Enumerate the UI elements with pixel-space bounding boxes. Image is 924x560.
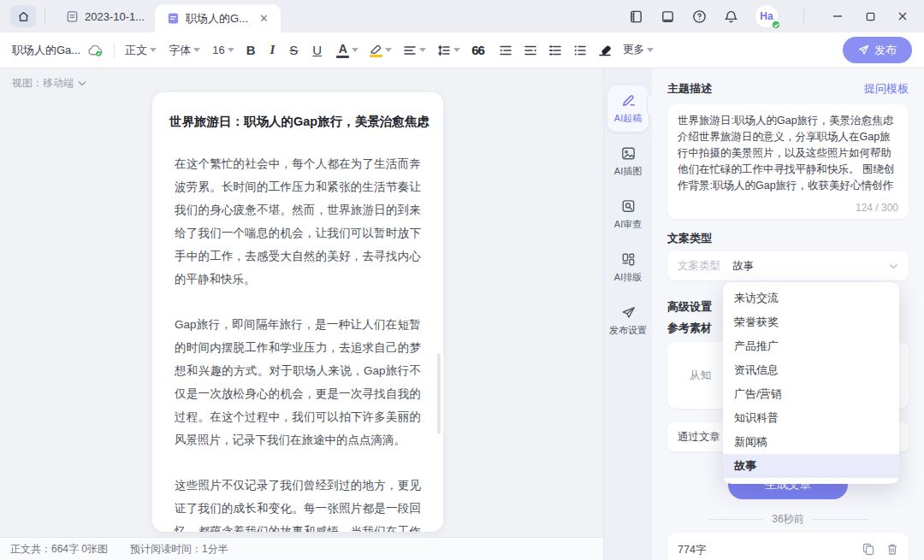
notifications-bell-icon[interactable] xyxy=(724,9,738,24)
publish-label: 发布 xyxy=(874,43,897,58)
avatar-initials: Ha xyxy=(760,10,773,22)
topic-description-label: 主题描述 xyxy=(667,81,712,97)
toolbar-divider xyxy=(114,43,115,58)
result-word-count: 774字 xyxy=(678,543,706,557)
home-button[interactable] xyxy=(10,5,36,27)
copy-type-select[interactable]: 文案类型 故事 xyxy=(667,251,909,280)
dropdown-option-news-info[interactable]: 资讯信息 xyxy=(723,358,899,382)
chevron-down-icon xyxy=(419,48,426,52)
copy-type-placeholder: 文案类型 xyxy=(678,259,720,274)
question-template-link[interactable]: 提问模板 xyxy=(864,81,909,97)
publish-button[interactable]: 发布 xyxy=(843,37,912,63)
paper-plane-icon xyxy=(620,304,637,321)
sidebar-item-ai-illustration[interactable]: AI插图 xyxy=(607,139,649,185)
knowledge-base-text: 从知 xyxy=(690,368,711,383)
font-color-letter: A xyxy=(339,43,347,55)
dropdown-option-science[interactable]: 知识科普 xyxy=(723,406,899,430)
maximize-icon[interactable] xyxy=(862,9,878,24)
ai-draft-panel: 主题描述 提问模板 世界旅游日:职场人的Gap旅行，美景治愈焦虑介绍世界旅游日的… xyxy=(652,68,924,560)
copy-type-value: 故事 xyxy=(732,259,754,274)
font-color-button[interactable]: A xyxy=(336,43,358,58)
indent-increase-button[interactable] xyxy=(499,44,512,56)
line-height-icon xyxy=(437,44,451,56)
from-article-text: 通过文章 xyxy=(678,430,720,445)
home-icon xyxy=(17,10,30,23)
view-mode-select[interactable]: 视图：移动端 xyxy=(12,76,86,91)
time-ago-label: 36秒前 xyxy=(772,512,803,527)
dropdown-option-honor[interactable]: 荣誉获奖 xyxy=(723,310,899,334)
dropdown-option-press[interactable]: 新闻稿 xyxy=(723,430,899,454)
send-icon xyxy=(858,44,869,56)
image-icon xyxy=(620,145,637,162)
dropdown-option-product[interactable]: 产品推广 xyxy=(723,334,899,358)
chevron-down-icon xyxy=(889,263,898,269)
chevron-down-icon xyxy=(352,48,358,52)
user-avatar[interactable]: Ha xyxy=(755,5,778,27)
titlebar: 2023-10-1... 职场人的G... ✕ Ha xyxy=(0,0,924,32)
document-scrollbar[interactable] xyxy=(437,353,441,434)
copy-type-label: 文案类型 xyxy=(667,231,909,245)
dropdown-option-visit[interactable]: 来访交流 xyxy=(723,286,899,310)
font-color-bar xyxy=(336,56,349,58)
bold-button[interactable]: B xyxy=(246,43,256,57)
indent-decrease-button[interactable] xyxy=(524,44,537,56)
format-toolbar: 职场人的Ga... 正文 字体 16 B I S U A xyxy=(0,32,924,68)
tab-active-document[interactable]: 职场人的G... ✕ xyxy=(155,4,281,32)
document-icon xyxy=(167,12,180,25)
font-family-select[interactable]: 字体 xyxy=(169,43,200,58)
trash-icon[interactable] xyxy=(886,543,898,556)
document-title-field[interactable]: 职场人的Ga... xyxy=(12,43,80,58)
align-button[interactable] xyxy=(403,44,426,56)
more-menu-button[interactable]: 更多 xyxy=(623,43,654,57)
notebook-icon[interactable] xyxy=(629,9,643,24)
titlebar-divider xyxy=(803,9,804,23)
word-count: 正文共：664字 0张图 xyxy=(10,542,108,557)
article-paragraph: Gap旅行，即间隔年旅行，是一种让人们在短暂的时间内摆脱工作和学业压力，去追求自… xyxy=(152,313,443,451)
help-icon[interactable] xyxy=(692,9,707,24)
font-size-select[interactable]: 16 xyxy=(212,44,234,56)
sidebar-item-ai-draft[interactable]: AI起稿 xyxy=(607,85,649,132)
app-window: 2023-10-1... 职场人的G... ✕ Ha xyxy=(0,0,924,560)
sidebar-item-ai-review[interactable]: AI审查 xyxy=(607,192,649,238)
underline-button[interactable]: U xyxy=(312,43,322,57)
dropdown-option-story[interactable]: 故事 xyxy=(723,454,899,478)
sidebar-item-publish-settings[interactable]: 发布设置 xyxy=(607,298,649,344)
bullet-list-button[interactable] xyxy=(573,44,587,56)
close-window-icon[interactable] xyxy=(895,9,910,24)
font-size-value: 16 xyxy=(212,44,224,56)
titlebar-divider xyxy=(44,9,45,23)
view-mode-label: 视图：移动端 xyxy=(12,76,74,91)
chevron-down-icon xyxy=(647,48,654,52)
ordered-list-button[interactable] xyxy=(548,44,562,56)
tab-recent-document[interactable]: 2023-10-1... xyxy=(56,0,155,32)
chevron-down-icon xyxy=(78,80,86,86)
strikethrough-button[interactable]: S xyxy=(289,43,298,57)
generated-result-card[interactable]: 774字 xyxy=(667,533,909,560)
document-search-icon xyxy=(620,198,637,215)
paragraph-style-select[interactable]: 正文 xyxy=(125,43,157,58)
highlighter-icon xyxy=(370,44,382,54)
clear-format-button[interactable] xyxy=(598,44,612,56)
tab-close-icon[interactable]: ✕ xyxy=(259,12,269,25)
titlebar-actions: Ha xyxy=(629,0,924,32)
highlight-color-bar xyxy=(370,55,382,57)
document-icon xyxy=(66,10,79,23)
highlight-button[interactable] xyxy=(370,44,392,57)
copy-type-dropdown-menu: 来访交流 荣誉获奖 产品推广 资讯信息 广告/营销 知识科普 新闻稿 故事 xyxy=(723,282,899,484)
line-height-button[interactable] xyxy=(437,44,460,56)
cloud-sync-icon xyxy=(87,44,104,57)
document-preview-card[interactable]: 世界旅游日：职场人的Gap旅行，美景治愈焦虑 在这个繁忙的社会中，每个人都在为了… xyxy=(152,92,443,532)
copy-icon[interactable] xyxy=(862,543,874,556)
dropdown-option-ad[interactable]: 广告/营销 xyxy=(723,382,899,406)
minimize-icon[interactable] xyxy=(830,9,845,24)
editor-canvas: 视图：移动端 世界旅游日：职场人的Gap旅行，美景治愈焦虑 在这个繁忙的社会中，… xyxy=(0,68,603,537)
sidebar-item-ai-layout[interactable]: AI排版 xyxy=(607,245,649,291)
pen-icon xyxy=(620,92,637,109)
reader-mode-icon[interactable] xyxy=(660,9,675,24)
topic-description-input[interactable]: 世界旅游日:职场人的Gap旅行，美景治愈焦虑介绍世界旅游日的意义，分享职场人在G… xyxy=(667,104,909,219)
italic-button[interactable]: I xyxy=(270,43,275,57)
chevron-down-icon xyxy=(193,48,200,52)
sidebar-item-label: 发布设置 xyxy=(609,324,647,337)
chevron-down-icon xyxy=(228,48,234,52)
blockquote-button[interactable]: 66 xyxy=(471,43,484,57)
